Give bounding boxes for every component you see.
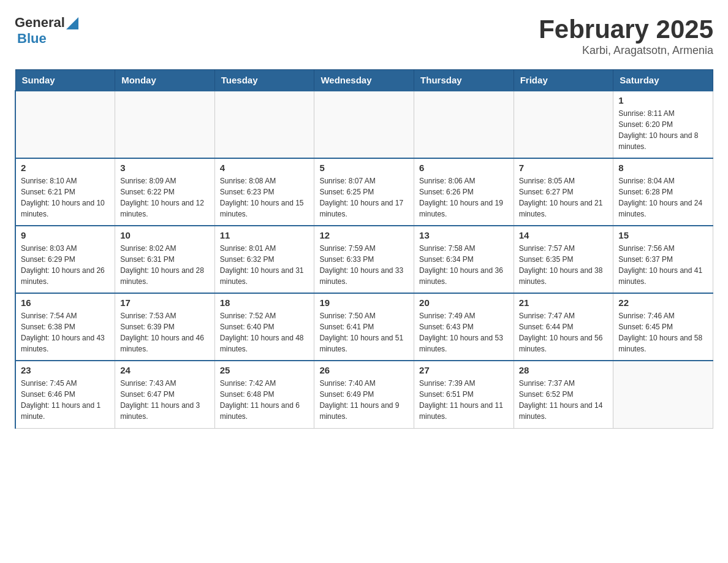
weekday-header-saturday: Saturday (613, 70, 713, 91)
calendar-cell: 15Sunrise: 7:56 AM Sunset: 6:37 PM Dayli… (613, 226, 713, 293)
calendar-header: SundayMondayTuesdayWednesdayThursdayFrid… (15, 70, 713, 91)
day-number: 20 (419, 297, 509, 308)
day-number: 3 (120, 163, 210, 173)
day-info: Sunrise: 7:47 AM Sunset: 6:44 PM Dayligh… (519, 310, 609, 354)
day-info: Sunrise: 7:45 AM Sunset: 6:46 PM Dayligh… (21, 378, 110, 422)
day-info: Sunrise: 7:53 AM Sunset: 6:39 PM Dayligh… (120, 310, 210, 354)
day-number: 26 (319, 365, 409, 375)
day-info: Sunrise: 8:02 AM Sunset: 6:31 PM Dayligh… (120, 243, 210, 287)
day-info: Sunrise: 8:07 AM Sunset: 6:25 PM Dayligh… (319, 175, 409, 220)
calendar-cell: 9Sunrise: 8:03 AM Sunset: 6:29 PM Daylig… (15, 226, 115, 293)
day-info: Sunrise: 7:46 AM Sunset: 6:45 PM Dayligh… (618, 310, 708, 354)
day-info: Sunrise: 8:09 AM Sunset: 6:22 PM Dayligh… (120, 175, 210, 220)
day-info: Sunrise: 8:04 AM Sunset: 6:28 PM Dayligh… (618, 175, 708, 220)
day-number: 11 (220, 230, 309, 240)
calendar-cell: 4Sunrise: 8:08 AM Sunset: 6:23 PM Daylig… (214, 158, 314, 226)
day-info: Sunrise: 7:43 AM Sunset: 6:47 PM Dayligh… (120, 378, 210, 422)
day-info: Sunrise: 7:37 AM Sunset: 6:52 PM Dayligh… (519, 378, 609, 422)
day-info: Sunrise: 7:42 AM Sunset: 6:48 PM Dayligh… (220, 378, 309, 422)
calendar-cell: 12Sunrise: 7:59 AM Sunset: 6:33 PM Dayli… (314, 226, 414, 293)
calendar-week-4: 16Sunrise: 7:54 AM Sunset: 6:38 PM Dayli… (15, 293, 713, 361)
calendar-table: SundayMondayTuesdayWednesdayThursdayFrid… (15, 69, 713, 429)
calendar-cell: 11Sunrise: 8:01 AM Sunset: 6:32 PM Dayli… (214, 226, 314, 293)
day-number: 24 (120, 365, 210, 375)
calendar-cell: 10Sunrise: 8:02 AM Sunset: 6:31 PM Dayli… (115, 226, 215, 293)
day-info: Sunrise: 8:05 AM Sunset: 6:27 PM Dayligh… (519, 175, 609, 220)
calendar-cell (613, 361, 713, 428)
weekday-header-monday: Monday (115, 70, 215, 91)
day-info: Sunrise: 7:52 AM Sunset: 6:40 PM Dayligh… (220, 310, 309, 354)
day-number: 8 (618, 163, 708, 173)
svg-marker-0 (66, 17, 78, 29)
day-number: 25 (220, 365, 309, 375)
day-info: Sunrise: 7:59 AM Sunset: 6:33 PM Dayligh… (319, 243, 409, 287)
calendar-cell: 1Sunrise: 8:11 AM Sunset: 6:20 PM Daylig… (613, 91, 713, 158)
day-info: Sunrise: 8:10 AM Sunset: 6:21 PM Dayligh… (21, 175, 110, 220)
calendar-cell (414, 91, 514, 158)
day-info: Sunrise: 7:56 AM Sunset: 6:37 PM Dayligh… (618, 243, 708, 287)
calendar-cell: 13Sunrise: 7:58 AM Sunset: 6:34 PM Dayli… (414, 226, 514, 293)
calendar-cell: 17Sunrise: 7:53 AM Sunset: 6:39 PM Dayli… (115, 293, 215, 361)
calendar-cell: 27Sunrise: 7:39 AM Sunset: 6:51 PM Dayli… (414, 361, 514, 428)
weekday-header-sunday: Sunday (15, 70, 115, 91)
weekday-header-friday: Friday (514, 70, 613, 91)
page-header: General Blue February 2025 Karbi, Aragat… (15, 15, 713, 57)
day-number: 28 (519, 365, 609, 375)
calendar-cell: 6Sunrise: 8:06 AM Sunset: 6:26 PM Daylig… (414, 158, 514, 226)
day-info: Sunrise: 8:08 AM Sunset: 6:23 PM Dayligh… (220, 175, 309, 220)
day-number: 22 (618, 297, 708, 308)
month-title: February 2025 (539, 15, 713, 44)
day-number: 1 (618, 95, 708, 105)
calendar-cell: 16Sunrise: 7:54 AM Sunset: 6:38 PM Dayli… (15, 293, 115, 361)
calendar-cell: 26Sunrise: 7:40 AM Sunset: 6:49 PM Dayli… (314, 361, 414, 428)
day-info: Sunrise: 7:50 AM Sunset: 6:41 PM Dayligh… (319, 310, 409, 354)
day-info: Sunrise: 7:39 AM Sunset: 6:51 PM Dayligh… (419, 378, 509, 422)
day-info: Sunrise: 8:03 AM Sunset: 6:29 PM Dayligh… (21, 243, 110, 287)
calendar-week-2: 2Sunrise: 8:10 AM Sunset: 6:21 PM Daylig… (15, 158, 713, 226)
calendar-cell: 8Sunrise: 8:04 AM Sunset: 6:28 PM Daylig… (613, 158, 713, 226)
calendar-week-3: 9Sunrise: 8:03 AM Sunset: 6:29 PM Daylig… (15, 226, 713, 293)
logo-general: General (15, 15, 65, 31)
title-block: February 2025 Karbi, Aragatsotn, Armenia (539, 15, 713, 57)
weekday-header-wednesday: Wednesday (314, 70, 414, 91)
logo-blue: Blue (17, 31, 47, 47)
calendar-cell: 28Sunrise: 7:37 AM Sunset: 6:52 PM Dayli… (514, 361, 613, 428)
calendar-cell (514, 91, 613, 158)
day-number: 21 (519, 297, 609, 308)
day-number: 16 (21, 297, 110, 308)
day-number: 23 (21, 365, 110, 375)
logo-triangle-icon (66, 17, 78, 29)
calendar-cell: 5Sunrise: 8:07 AM Sunset: 6:25 PM Daylig… (314, 158, 414, 226)
calendar-cell: 24Sunrise: 7:43 AM Sunset: 6:47 PM Dayli… (115, 361, 215, 428)
day-number: 14 (519, 230, 609, 240)
calendar-cell: 22Sunrise: 7:46 AM Sunset: 6:45 PM Dayli… (613, 293, 713, 361)
calendar-cell: 20Sunrise: 7:49 AM Sunset: 6:43 PM Dayli… (414, 293, 514, 361)
calendar-week-1: 1Sunrise: 8:11 AM Sunset: 6:20 PM Daylig… (15, 91, 713, 158)
day-number: 19 (319, 297, 409, 308)
day-number: 17 (120, 297, 210, 308)
calendar-cell: 18Sunrise: 7:52 AM Sunset: 6:40 PM Dayli… (214, 293, 314, 361)
calendar-cell: 2Sunrise: 8:10 AM Sunset: 6:21 PM Daylig… (15, 158, 115, 226)
day-info: Sunrise: 8:11 AM Sunset: 6:20 PM Dayligh… (618, 108, 708, 152)
day-info: Sunrise: 7:40 AM Sunset: 6:49 PM Dayligh… (319, 378, 409, 422)
day-info: Sunrise: 7:58 AM Sunset: 6:34 PM Dayligh… (419, 243, 509, 287)
location-title: Karbi, Aragatsotn, Armenia (539, 44, 713, 57)
day-number: 9 (21, 230, 110, 240)
day-info: Sunrise: 8:01 AM Sunset: 6:32 PM Dayligh… (220, 243, 309, 287)
day-info: Sunrise: 8:06 AM Sunset: 6:26 PM Dayligh… (419, 175, 509, 220)
day-number: 12 (319, 230, 409, 240)
day-info: Sunrise: 7:54 AM Sunset: 6:38 PM Dayligh… (21, 310, 110, 354)
calendar-cell (15, 91, 115, 158)
day-number: 10 (120, 230, 210, 240)
day-number: 7 (519, 163, 609, 173)
logo: General Blue (15, 15, 78, 47)
calendar-cell: 14Sunrise: 7:57 AM Sunset: 6:35 PM Dayli… (514, 226, 613, 293)
day-number: 2 (21, 163, 110, 173)
calendar-week-5: 23Sunrise: 7:45 AM Sunset: 6:46 PM Dayli… (15, 361, 713, 428)
calendar-cell: 19Sunrise: 7:50 AM Sunset: 6:41 PM Dayli… (314, 293, 414, 361)
calendar-cell: 21Sunrise: 7:47 AM Sunset: 6:44 PM Dayli… (514, 293, 613, 361)
day-number: 13 (419, 230, 509, 240)
weekday-header-thursday: Thursday (414, 70, 514, 91)
day-number: 6 (419, 163, 509, 173)
calendar-cell (115, 91, 215, 158)
